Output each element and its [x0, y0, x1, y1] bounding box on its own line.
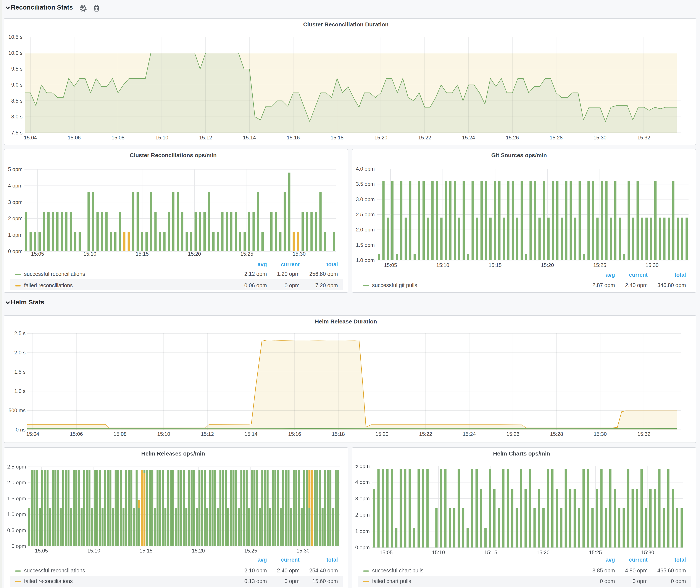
svg-text:15:30: 15:30 — [297, 548, 310, 553]
svg-text:1.5 opm: 1.5 opm — [7, 495, 26, 501]
svg-text:0 opm: 0 opm — [355, 544, 370, 550]
svg-text:1 opm: 1 opm — [8, 232, 23, 237]
svg-text:15:25: 15:25 — [244, 548, 257, 553]
svg-text:15:28: 15:28 — [550, 431, 563, 437]
svg-text:2 opm: 2 opm — [8, 215, 23, 221]
svg-text:15:20: 15:20 — [541, 262, 554, 268]
svg-text:15:25: 15:25 — [240, 251, 253, 257]
svg-text:9.5 s: 9.5 s — [11, 66, 23, 71]
svg-text:15:25: 15:25 — [589, 549, 602, 555]
svg-text:15:20: 15:20 — [537, 549, 550, 555]
svg-text:15:18: 15:18 — [332, 431, 345, 437]
svg-text:15:15: 15:15 — [484, 549, 497, 555]
svg-text:2.87 opm: 2.87 opm — [592, 282, 615, 288]
svg-text:current: current — [281, 556, 300, 562]
svg-text:2.5 opm: 2.5 opm — [7, 464, 26, 469]
svg-text:346.80 opm: 346.80 opm — [657, 282, 686, 288]
svg-text:15:18: 15:18 — [331, 134, 344, 140]
svg-text:15:10: 15:10 — [155, 134, 168, 140]
svg-text:15:08: 15:08 — [111, 134, 124, 140]
svg-text:failed reconciliations: failed reconciliations — [24, 282, 73, 288]
svg-text:current: current — [629, 556, 648, 562]
svg-text:0 opm: 0 opm — [600, 578, 615, 584]
svg-text:1.0 opm: 1.0 opm — [7, 511, 26, 517]
svg-text:7.5 s: 7.5 s — [11, 129, 23, 135]
svg-text:0.06 opm: 0.06 opm — [244, 282, 267, 288]
svg-text:15:24: 15:24 — [463, 431, 476, 437]
svg-text:0 opm: 0 opm — [8, 248, 23, 254]
svg-text:15:14: 15:14 — [243, 134, 256, 140]
svg-text:1.0 s: 1.0 s — [14, 388, 26, 394]
svg-text:successful reconciliations: successful reconciliations — [24, 567, 85, 573]
svg-text:10.5 s: 10.5 s — [8, 34, 23, 40]
svg-text:15:20: 15:20 — [376, 431, 389, 437]
svg-text:successful git pulls: successful git pulls — [372, 282, 417, 288]
svg-text:15:10: 15:10 — [432, 549, 445, 555]
svg-text:15:05: 15:05 — [384, 262, 397, 268]
svg-text:15:05: 15:05 — [380, 549, 393, 555]
svg-text:3.5 opm: 3.5 opm — [356, 181, 375, 187]
svg-text:avg: avg — [258, 556, 267, 562]
svg-text:15:15: 15:15 — [489, 262, 502, 268]
svg-text:total: total — [326, 556, 338, 562]
svg-text:15:30: 15:30 — [594, 134, 606, 140]
svg-text:15:32: 15:32 — [637, 431, 650, 437]
svg-text:Helm Charts ops/min: Helm Charts ops/min — [493, 450, 550, 457]
svg-text:15:05: 15:05 — [31, 251, 44, 257]
svg-text:0.5 opm: 0.5 opm — [7, 527, 26, 533]
svg-text:3.0 opm: 3.0 opm — [356, 196, 375, 202]
svg-text:4 opm: 4 opm — [8, 183, 23, 188]
svg-text:15:25: 15:25 — [593, 262, 606, 268]
svg-text:Helm Release Duration: Helm Release Duration — [315, 318, 377, 325]
svg-text:1.0 opm: 1.0 opm — [356, 257, 375, 263]
svg-text:15:10: 15:10 — [87, 548, 100, 553]
svg-text:0.13 opm: 0.13 opm — [244, 578, 267, 584]
svg-text:15:08: 15:08 — [114, 431, 127, 437]
svg-text:current: current — [281, 261, 300, 267]
svg-text:15:30: 15:30 — [293, 251, 306, 257]
svg-text:15:15: 15:15 — [140, 548, 153, 553]
svg-text:256.80 opm: 256.80 opm — [309, 271, 338, 277]
svg-text:5 opm: 5 opm — [8, 166, 23, 172]
svg-text:10.0 s: 10.0 s — [8, 50, 23, 56]
svg-text:4.0 opm: 4.0 opm — [356, 166, 375, 171]
svg-text:Cluster Reconciliations ops/mi: Cluster Reconciliations ops/min — [130, 152, 217, 158]
svg-text:15:14: 15:14 — [245, 431, 258, 437]
svg-text:15:16: 15:16 — [288, 431, 301, 437]
svg-text:1.5 opm: 1.5 opm — [356, 242, 375, 248]
svg-text:1.5 s: 1.5 s — [14, 369, 26, 375]
svg-text:successful chart pulls: successful chart pulls — [372, 567, 424, 573]
svg-text:failed chart pulls: failed chart pulls — [372, 578, 411, 584]
svg-text:avg: avg — [606, 271, 615, 278]
svg-text:avg: avg — [606, 556, 615, 562]
svg-text:15:06: 15:06 — [70, 431, 83, 437]
svg-text:15.60 opm: 15.60 opm — [312, 578, 338, 584]
svg-text:2.5 opm: 2.5 opm — [356, 211, 375, 217]
svg-text:15:15: 15:15 — [136, 251, 149, 257]
svg-text:254.40 opm: 254.40 opm — [309, 567, 338, 573]
svg-text:15:04: 15:04 — [24, 134, 37, 140]
svg-text:0 opm: 0 opm — [671, 578, 686, 584]
svg-text:current: current — [629, 271, 648, 278]
svg-text:Git Sources ops/min: Git Sources ops/min — [491, 152, 547, 158]
svg-text:15:22: 15:22 — [419, 431, 432, 437]
svg-text:1 opm: 1 opm — [355, 528, 370, 534]
svg-text:5 opm: 5 opm — [355, 463, 370, 468]
svg-text:3 opm: 3 opm — [355, 495, 370, 501]
svg-text:0 opm: 0 opm — [285, 578, 300, 584]
svg-text:465.60 opm: 465.60 opm — [657, 567, 686, 573]
svg-text:500 ms: 500 ms — [8, 407, 26, 413]
svg-text:15:32: 15:32 — [637, 134, 650, 140]
svg-text:2.40 opm: 2.40 opm — [277, 567, 300, 573]
svg-text:2.5 s: 2.5 s — [14, 330, 26, 336]
svg-text:15:10: 15:10 — [157, 431, 170, 437]
svg-text:1.20 opm: 1.20 opm — [277, 271, 300, 277]
svg-text:2.40 opm: 2.40 opm — [625, 282, 648, 288]
svg-text:2.10 opm: 2.10 opm — [244, 567, 267, 573]
svg-text:15:06: 15:06 — [68, 134, 81, 140]
svg-text:15:26: 15:26 — [506, 431, 519, 437]
svg-text:9.0 s: 9.0 s — [11, 82, 23, 87]
svg-text:2.0 opm: 2.0 opm — [7, 479, 26, 485]
svg-text:15:12: 15:12 — [201, 431, 214, 437]
svg-text:15:26: 15:26 — [506, 134, 519, 140]
